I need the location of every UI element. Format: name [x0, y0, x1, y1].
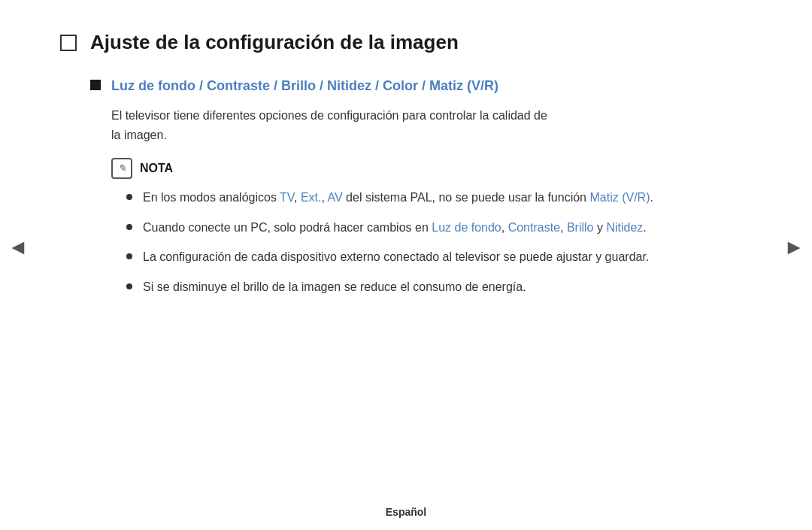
bullet-list: En los modos analógicos TV, Ext., AV del… [126, 188, 752, 296]
bullet-item-4: Si se disminuye el brillo de la imagen s… [126, 277, 752, 297]
nav-arrow-right[interactable]: ► [783, 235, 804, 259]
section-row: Luz de fondo / Contraste / Brillo / Niti… [90, 77, 752, 95]
link-tv[interactable]: TV [280, 191, 294, 204]
link-nitidez[interactable]: Nitidez [606, 221, 643, 234]
bullet-dot-3 [126, 253, 132, 259]
bullet-item-1: En los modos analógicos TV, Ext., AV del… [126, 188, 752, 207]
nota-icon: ✎ [111, 158, 132, 179]
link-ext[interactable]: Ext. [301, 191, 322, 204]
link-matiz[interactable]: Matiz (V/R) [589, 191, 650, 204]
link-brillo[interactable]: Brillo [567, 221, 594, 234]
bullet-text-4: Si se disminuye el brillo de la imagen s… [143, 277, 752, 297]
section-link[interactable]: Luz de fondo / Contraste / Brillo / Niti… [111, 77, 498, 95]
link-contraste[interactable]: Contraste [508, 221, 560, 234]
nav-arrow-left[interactable]: ◄ [8, 235, 29, 259]
nota-container: ✎ NOTA En los modos analógicos TV, Ext.,… [111, 158, 752, 296]
page-title-row: Ajuste de la configuración de la imagen [60, 30, 752, 56]
bullet-text-1: En los modos analógicos TV, Ext., AV del… [143, 188, 752, 207]
bullet-text-2: Cuando conecte un PC, solo podrá hacer c… [143, 218, 752, 238]
nota-row: ✎ NOTA [111, 158, 752, 179]
bullet-item-2: Cuando conecte un PC, solo podrá hacer c… [126, 218, 752, 238]
footer-language: Español [386, 506, 426, 518]
link-luz-fondo[interactable]: Luz de fondo [432, 221, 501, 234]
page-title: Ajuste de la configuración de la imagen [90, 30, 459, 56]
bullet-item-3: La configuración de cada dispositivo ext… [126, 247, 752, 267]
bullet-dot-2 [126, 224, 132, 230]
footer: Español [0, 494, 812, 530]
bullet-text-3: La configuración de cada dispositivo ext… [143, 247, 752, 267]
section-description: El televisor tiene diferentes opciones d… [111, 106, 752, 144]
link-av[interactable]: AV [328, 191, 343, 204]
nota-label: NOTA [140, 162, 173, 175]
bullet-dot-1 [126, 194, 132, 200]
page-container: ◄ ► Ajuste de la configuración de la ima… [0, 0, 812, 494]
checkbox-icon [60, 35, 77, 51]
black-square-bullet [90, 80, 101, 90]
bullet-dot-4 [126, 283, 132, 289]
